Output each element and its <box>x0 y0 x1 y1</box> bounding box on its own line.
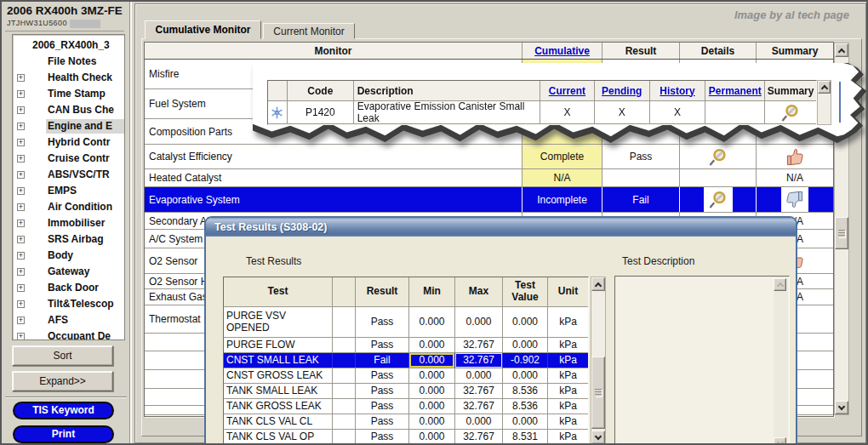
expand-plus-icon[interactable]: + <box>17 74 25 82</box>
dtc-column-header-current[interactable]: Current <box>540 81 595 100</box>
tis-keyword-button[interactable]: TIS Keyword <box>13 402 114 419</box>
sidebar-item-health-check[interactable]: +Health Check <box>13 70 124 86</box>
expand-plus-icon[interactable]: + <box>17 90 25 98</box>
chevron-down-icon <box>595 432 602 439</box>
sidebar-item-afs[interactable]: +AFS <box>13 312 124 328</box>
sidebar-item-occupant-de[interactable]: +Occupant De <box>13 328 124 340</box>
expand-plus-icon[interactable]: + <box>17 300 25 308</box>
sidebar-item-can-bus-che[interactable]: +CAN Bus Che <box>13 102 124 118</box>
dtc-column-header-summary: Summary <box>765 81 816 100</box>
results-row-purge-flow[interactable]: PURGE FLOWPass0.00032.7670.000kPa <box>224 338 588 353</box>
sidebar-item-time-stamp[interactable]: +Time Stamp <box>13 86 124 102</box>
dtc-table: CodeDescriptionCurrentPendingHistoryPerm… <box>267 80 817 125</box>
results-column-header-unit: Unit <box>548 277 588 306</box>
snowflake-icon <box>271 106 283 119</box>
monitor-column-header-details[interactable]: Details <box>680 43 757 59</box>
chevron-up-icon <box>838 48 845 54</box>
results-row-tank-cls-val-cl[interactable]: TANK CLS VAL CLPass0.0000.0000.000kPa <box>224 414 588 430</box>
results-table-header: TestResultMinMaxTest ValueUnit <box>224 277 588 307</box>
dtc-scrollbar[interactable] <box>817 80 831 125</box>
expand-plus-icon[interactable]: + <box>17 187 25 195</box>
expand-plus-icon[interactable]: + <box>17 155 25 163</box>
scroll-up-button[interactable] <box>818 81 831 94</box>
thumb-grip-icon <box>595 389 602 397</box>
expand-plus-icon[interactable]: + <box>17 106 25 114</box>
sidebar-item-body[interactable]: +Body <box>13 248 124 264</box>
monitor-row-catalyst-efficiency[interactable]: Catalyst EfficiencyCompletePass <box>145 145 833 169</box>
sidebar-item-tilt-telescop[interactable]: +Tilt&Telescop <box>13 296 124 312</box>
results-row-tank-gross-leak[interactable]: TANK GROSS LEAKPass0.00032.7678.536kPa <box>224 399 588 414</box>
scroll-up-button[interactable] <box>591 277 605 291</box>
scroll-thumb[interactable] <box>591 357 605 429</box>
scroll-up-button[interactable] <box>835 43 848 57</box>
thumbs-up-icon[interactable] <box>785 148 805 166</box>
magnifier-icon[interactable] <box>707 190 729 209</box>
test-description-box[interactable] <box>614 276 790 445</box>
sidebar-item-gateway[interactable]: +Gateway <box>13 264 124 280</box>
scroll-down-button <box>774 437 786 445</box>
vin-text: JTJHW31U5600 <box>7 19 67 27</box>
expand-plus-icon[interactable]: + <box>17 139 25 146</box>
expand-plus-icon[interactable]: + <box>17 123 25 130</box>
sidebar-item-back-door[interactable]: +Back Door <box>13 280 124 296</box>
results-row-tank-small-leak[interactable]: TANK SMALL LEAKPass0.00032.7678.536kPa <box>224 384 588 399</box>
scroll-down-button[interactable] <box>835 401 848 414</box>
magnifier-icon[interactable] <box>707 147 729 167</box>
results-row-cnst-small-leak[interactable]: CNST SMALL LEAKFail0.00032.767-0.902kPa <box>224 353 588 368</box>
dtc-row-p1420[interactable]: P1420Evaporative Emission Canister Small… <box>268 101 816 124</box>
results-scrollbar[interactable] <box>591 277 606 445</box>
magnifier-icon[interactable] <box>779 103 802 123</box>
dtc-column-header-permanent[interactable]: Permanent <box>705 81 765 100</box>
monitor-column-header-monitor[interactable]: Monitor <box>145 43 523 59</box>
print-button[interactable]: Print <box>13 425 114 443</box>
expand-plus-icon[interactable]: + <box>17 333 25 340</box>
expand-plus-icon[interactable]: + <box>17 236 25 243</box>
scroll-down-button[interactable] <box>591 431 605 444</box>
tree-root-item[interactable]: 2006_RX400h_3 <box>13 37 124 54</box>
results-row-tank-cls-val-op[interactable]: TANK CLS VAL OPPass0.00032.7678.531kPa <box>224 430 588 445</box>
expand-plus-icon[interactable]: + <box>17 171 25 179</box>
monitor-table-header: MonitorCumulativeResultDetailsSummary <box>145 43 833 60</box>
results-column-header-test-value: Test Value <box>503 277 548 306</box>
vin-row: JTJHW31U5600 <box>7 19 100 28</box>
scroll-up-button <box>774 278 786 291</box>
sidebar-item-abs-vsc-tr[interactable]: +ABS/VSC/TR <box>13 167 124 183</box>
monitor-row-heated-catalyst[interactable]: Heated CatalystN/AN/A <box>145 169 833 187</box>
sidebar-item-hybrid-contr[interactable]: +Hybrid Contr <box>13 134 124 151</box>
sidebar-separator <box>5 397 127 398</box>
tab-cumulative-monitor[interactable]: Cumulative Monitor <box>145 20 261 39</box>
vin-redaction <box>70 20 100 28</box>
sort-button[interactable]: Sort <box>12 345 113 366</box>
thumbs-down-icon[interactable] <box>785 191 805 208</box>
monitor-column-header-summary[interactable]: Summary <box>757 43 833 59</box>
sidebar-item-file-notes[interactable]: File Notes <box>13 54 124 70</box>
chevron-down-icon <box>776 439 783 445</box>
monitor-column-header-result[interactable]: Result <box>602 43 680 59</box>
sidebar-item-immobiliser[interactable]: +Immobiliser <box>13 215 124 231</box>
sidebar-item-emps[interactable]: +EMPS <box>13 183 124 199</box>
sidebar-item-cruise-contr[interactable]: +Cruise Contr <box>13 151 124 167</box>
sidebar-item-engine-and-e[interactable]: +Engine and E <box>13 118 124 134</box>
sidebar-item-srs-airbag[interactable]: +SRS Airbag <box>13 231 124 248</box>
dialog-title-bar[interactable]: Test Results (S308-02) <box>206 218 796 237</box>
scroll-thumb[interactable] <box>835 217 848 249</box>
app-window: 2006 RX400h 3MZ-FE JTJHW31U5600 2006_RX4… <box>0 0 868 445</box>
dtc-column-header-pending[interactable]: Pending <box>595 81 650 100</box>
results-column-header-result: Result <box>356 277 409 306</box>
expand-plus-icon[interactable]: + <box>17 317 25 324</box>
expand-plus-icon[interactable]: + <box>17 203 25 211</box>
results-table: TestResultMinMaxTest ValueUnit PURGE VSV… <box>223 277 589 445</box>
expand-plus-icon[interactable]: + <box>17 284 25 292</box>
tab-current-monitor[interactable]: Current Monitor <box>263 23 355 39</box>
monitor-column-header-cumulative[interactable]: Cumulative <box>523 43 602 59</box>
expand-button[interactable]: Expand>> <box>12 371 113 391</box>
expand-plus-icon[interactable]: + <box>17 268 25 276</box>
monitor-row-evaporative-system[interactable]: Evaporative SystemIncompleteFail <box>145 187 833 213</box>
results-column-header-max: Max <box>455 277 503 306</box>
dtc-column-header-history[interactable]: History <box>650 81 706 100</box>
expand-plus-icon[interactable]: + <box>17 220 25 227</box>
expand-plus-icon[interactable]: + <box>17 252 25 260</box>
results-row-cnst-gross-leak[interactable]: CNST GROSS LEAKPass0.0000.0000.000kPa <box>224 368 588 384</box>
results-row-purge-vsv-opened[interactable]: PURGE VSV OPENEDPass0.0000.0000.000kPa <box>224 307 588 338</box>
sidebar-item-air-condition[interactable]: +Air Condition <box>13 199 124 215</box>
